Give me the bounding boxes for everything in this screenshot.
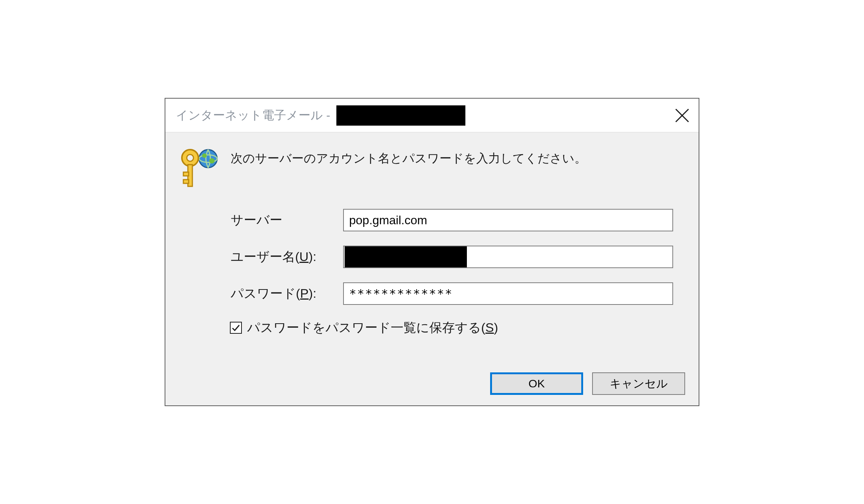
dialog-title: インターネット電子メール - <box>176 107 333 124</box>
title-redacted-block <box>336 105 465 126</box>
titlebar: インターネット電子メール - <box>165 99 699 132</box>
username-label: ユーザー名(U): <box>231 248 343 266</box>
save-password-label: パスワードをパスワード一覧に保存する(S) <box>247 319 498 336</box>
username-input[interactable] <box>343 246 673 268</box>
instruction-text: 次のサーバーのアカウント名とパスワードを入力してください。 <box>231 150 586 167</box>
close-button[interactable] <box>671 104 693 127</box>
cancel-button[interactable]: キャンセル <box>592 372 685 395</box>
server-label: サーバー <box>231 212 343 229</box>
credentials-dialog: インターネット電子メール - <box>165 98 699 406</box>
close-icon <box>674 108 690 123</box>
checkmark-icon <box>231 323 240 332</box>
save-password-checkbox[interactable] <box>230 322 242 334</box>
ok-button[interactable]: OK <box>490 372 583 395</box>
password-label: パスワード(P): <box>231 285 343 302</box>
svg-point-4 <box>202 153 207 158</box>
svg-rect-10 <box>183 180 189 183</box>
password-input[interactable] <box>343 282 673 305</box>
svg-rect-9 <box>183 172 189 176</box>
username-redacted-block <box>345 246 467 267</box>
svg-point-7 <box>187 154 194 161</box>
svg-point-5 <box>209 158 214 164</box>
dialog-content: 次のサーバーのアカウント名とパスワードを入力してください。 サーバー ユーザー名… <box>165 132 699 405</box>
server-input[interactable] <box>343 209 673 231</box>
svg-point-2 <box>199 150 217 168</box>
key-globe-icon <box>179 145 220 190</box>
